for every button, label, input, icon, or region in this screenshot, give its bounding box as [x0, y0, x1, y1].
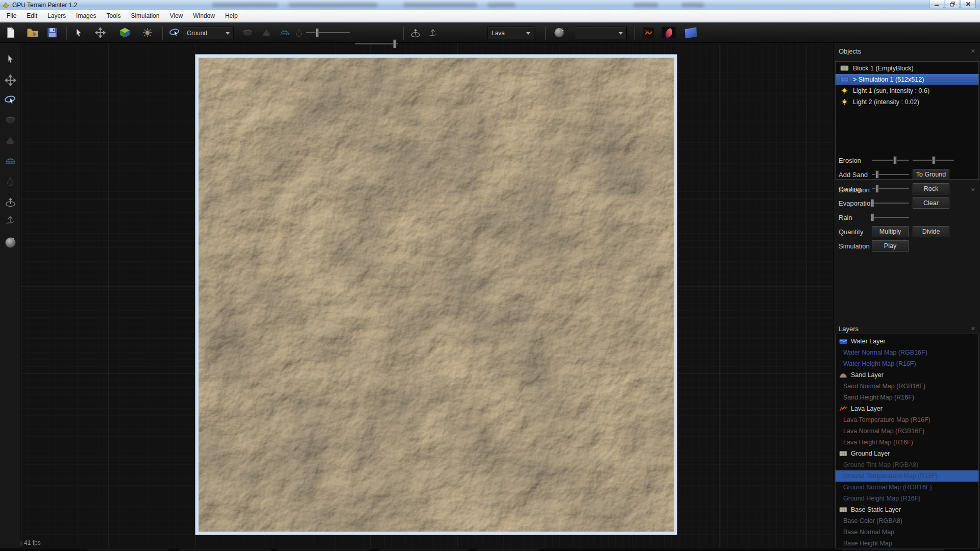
layer-map-row[interactable]: Lava Normal Map (RGB16F) [836, 425, 978, 437]
brush-strength-slider[interactable] [355, 38, 398, 49]
to-ground-button[interactable]: To Ground [913, 169, 949, 180]
mound-brush-button[interactable] [261, 28, 272, 38]
add-sand-slider[interactable] [872, 169, 909, 180]
menu-simulation[interactable]: Simulation [126, 10, 164, 21]
layer-map-row[interactable]: Base Height Map [836, 538, 978, 549]
menu-view[interactable]: View [164, 10, 188, 21]
layer-map-row[interactable]: Lava Height Map (R16F) [836, 437, 978, 448]
layer-map-row[interactable]: Ground Tint Map (RGBA8) [836, 459, 978, 470]
erosion-amount-slider[interactable] [913, 155, 954, 165]
object-row-block1[interactable]: Block 1 (EmptyBlock) [836, 63, 978, 74]
raise-tool[interactable] [2, 212, 18, 228]
move-tool-button[interactable] [95, 27, 106, 38]
menu-images[interactable]: Images [71, 10, 101, 21]
open-file-button[interactable] [27, 27, 39, 38]
dome-brush-tool[interactable] [2, 153, 18, 168]
texture-select-dropdown[interactable] [575, 27, 627, 39]
layer-map-row[interactable]: Sand Height Map (R16F) [836, 392, 978, 403]
menu-layers[interactable]: Layers [42, 10, 71, 21]
chevron-down-icon [526, 32, 530, 37]
lava-flame-swatch[interactable] [661, 26, 676, 39]
map-label: Water Height Map (R16F) [843, 360, 916, 367]
multiply-button[interactable]: Multiply [872, 226, 909, 237]
redacted-text [212, 3, 278, 8]
lava-mode-dropdown[interactable]: Lava [487, 27, 534, 39]
mound-brush-tool[interactable] [2, 133, 18, 148]
sphere-material-button[interactable] [553, 27, 565, 38]
layer-row-lava[interactable]: Lava Layer [836, 403, 978, 414]
terrain-render[interactable] [195, 55, 677, 535]
slider-thumb[interactable] [871, 199, 874, 207]
close-icon[interactable]: ✕ [971, 326, 975, 332]
minimize-button[interactable] [929, 0, 944, 8]
map-label: Sand Normal Map (RGB16F) [843, 383, 925, 390]
select-tool[interactable] [2, 51, 18, 66]
cube-view-button[interactable] [119, 27, 131, 38]
save-button[interactable] [47, 27, 58, 38]
flatten-brush-button[interactable] [242, 28, 253, 38]
rain-slider[interactable] [872, 212, 909, 222]
layer-label: Sand Layer [851, 371, 884, 379]
slider-thumb[interactable] [315, 28, 319, 37]
layer-map-row[interactable]: Water Normal Map (RGB16F) [836, 347, 978, 358]
raise-tool-button[interactable] [428, 27, 438, 38]
object-row-simulation1[interactable]: > Simulation 1 (512x512) [836, 74, 978, 85]
flatten-brush-tool[interactable] [2, 112, 18, 128]
evaporation-slider[interactable] [872, 198, 909, 208]
layer-map-row-selected[interactable]: Ground Temperature Map (R16F) [836, 470, 978, 482]
erosion-rate-slider[interactable] [872, 155, 909, 165]
water-brush-button[interactable] [295, 28, 303, 38]
rock-button[interactable]: Rock [913, 183, 949, 194]
menu-edit[interactable]: Edit [21, 10, 42, 21]
select-tool-button[interactable] [75, 28, 83, 37]
layer-map-row[interactable]: Water Height Map (R16F) [836, 358, 978, 369]
slider-thumb[interactable] [875, 185, 879, 193]
cooling-slider[interactable] [872, 184, 909, 194]
layer-row-ground[interactable]: Ground Layer [836, 448, 978, 459]
close-button[interactable] [961, 0, 976, 8]
menu-window[interactable]: Window [188, 10, 220, 21]
water-drop-tool[interactable] [2, 173, 18, 189]
slider-thumb[interactable] [932, 156, 936, 164]
slider-thumb[interactable] [871, 213, 874, 221]
restore-button[interactable] [945, 0, 960, 8]
dome-brush-button[interactable] [279, 28, 291, 38]
brush-size-slider[interactable] [306, 27, 350, 38]
menu-tools[interactable]: Tools [101, 10, 126, 21]
orbit-paint-tool-active[interactable] [2, 92, 18, 108]
play-button[interactable]: Play [872, 240, 909, 252]
orbit-up-tool-button[interactable] [409, 27, 422, 38]
layer-map-row[interactable]: Base Color (RGBA8) [836, 515, 978, 527]
layer-map-row[interactable]: Base Normal Map [836, 527, 978, 538]
orbit-paint-tool-button[interactable] [168, 27, 181, 38]
slider-thumb[interactable] [893, 156, 897, 164]
layer-map-row[interactable]: Sand Normal Map (RGB16F) [836, 381, 978, 392]
sphere-tool[interactable] [2, 235, 18, 250]
slider-thumb[interactable] [875, 170, 879, 179]
layer-map-row[interactable]: Lava Temperature Map (R16F) [836, 414, 978, 425]
viewport-canvas[interactable]: 41 fps [21, 43, 834, 548]
layer-map-row[interactable]: Ground Normal Map (RGB16F) [836, 482, 978, 493]
title-bar[interactable]: GPU Terrain Painter 1.2 [0, 0, 980, 10]
menu-file[interactable]: File [2, 10, 21, 21]
move-tool[interactable] [2, 72, 18, 88]
light-toggle-button[interactable] [142, 27, 153, 38]
layer-map-row[interactable]: Ground Height Map (R16F) [836, 493, 978, 504]
divide-button[interactable]: Divide [913, 226, 949, 237]
layers-list: Water Layer Water Normal Map (RGB16F) Wa… [835, 334, 979, 548]
menu-help[interactable]: Help [220, 10, 243, 21]
normal-map-swatch[interactable] [682, 26, 699, 39]
slider-thumb[interactable] [393, 39, 397, 48]
lava-texture-swatch[interactable] [641, 26, 656, 39]
clear-button[interactable]: Clear [913, 197, 949, 209]
map-label: Ground Tint Map (RGBA8) [843, 461, 918, 468]
layer-row-base-static[interactable]: Base Static Layer [836, 504, 978, 515]
close-icon[interactable]: ✕ [971, 48, 975, 54]
new-file-button[interactable] [6, 27, 15, 38]
layer-row-sand[interactable]: Sand Layer [836, 369, 978, 381]
object-row-light2[interactable]: Light 2 (intensity : 0.02) [836, 96, 978, 108]
object-row-light1[interactable]: Light 1 (sun, intensity : 0.6) [836, 85, 978, 96]
layer-row-water[interactable]: Water Layer [836, 336, 978, 347]
orbit-up-tool[interactable] [2, 194, 18, 209]
ground-mode-dropdown[interactable]: Ground [183, 27, 234, 39]
